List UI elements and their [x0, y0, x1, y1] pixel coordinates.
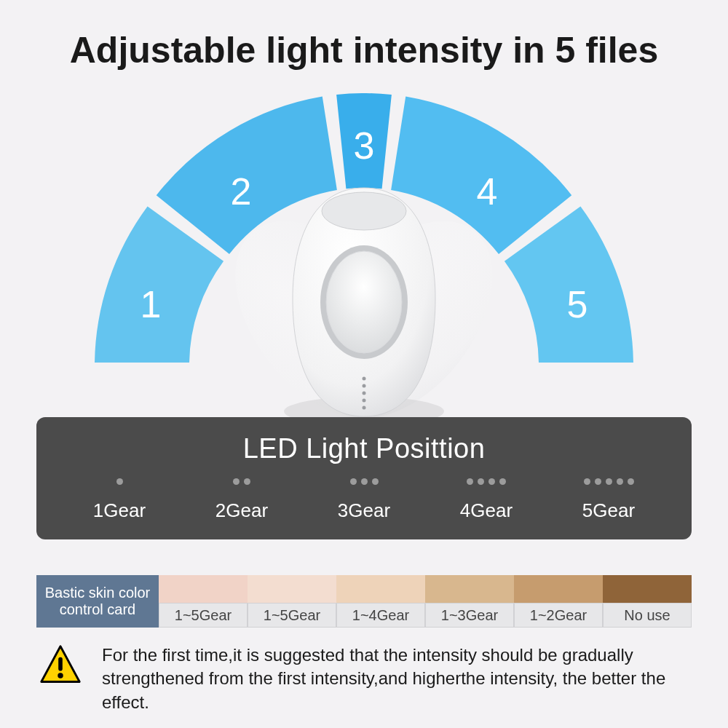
led-gear-label: 1Gear: [93, 499, 146, 522]
svg-point-8: [322, 192, 406, 230]
intensity-dial: 1 2 3 4 5: [95, 93, 633, 370]
skin-gear-label: No use: [603, 603, 692, 628]
led-dots: [467, 475, 506, 488]
page-title: Adjustable light intensity in 5 files: [0, 0, 728, 71]
led-gear-label: 4Gear: [460, 499, 513, 522]
svg-point-13: [363, 392, 366, 395]
led-dots: [584, 475, 634, 488]
skin-swatch: [248, 575, 336, 603]
skin-swatch: [336, 575, 425, 603]
footer-text: For the first time,it is suggested that …: [102, 644, 692, 714]
skin-swatch: [425, 575, 514, 603]
skin-color-card: Bastic skin color control card 1~5Gear1~…: [36, 575, 692, 628]
skin-swatch: [514, 575, 603, 603]
svg-point-11: [363, 377, 366, 381]
svg-point-12: [363, 384, 366, 388]
led-panel-title: LED Light Posittion: [58, 433, 670, 464]
led-gear-label: 2Gear: [215, 499, 268, 522]
skin-column: 1~5Gear: [248, 575, 336, 628]
led-gear-cell: 5Gear: [547, 475, 670, 522]
skin-card-heading: Bastic skin color control card: [36, 575, 159, 628]
skin-gear-label: 1~2Gear: [514, 603, 603, 628]
svg-point-14: [363, 399, 366, 403]
warning-icon: [36, 644, 84, 687]
svg-text:5: 5: [567, 283, 588, 325]
skin-gear-label: 1~3Gear: [425, 603, 514, 628]
skin-column: 1~5Gear: [159, 575, 248, 628]
led-gear-label: 3Gear: [338, 499, 390, 522]
led-dots: [116, 475, 123, 488]
device-illustration: [233, 182, 495, 430]
led-gear-cell: 4Gear: [425, 475, 547, 522]
skin-column: 1~2Gear: [514, 575, 603, 628]
skin-column: 1~4Gear: [336, 575, 425, 628]
svg-text:1: 1: [141, 283, 162, 325]
svg-point-10: [326, 251, 402, 353]
footer-note: For the first time,it is suggested that …: [36, 644, 692, 714]
skin-column: No use: [603, 575, 692, 628]
svg-point-17: [58, 673, 63, 678]
led-dots: [350, 475, 379, 488]
led-gear-cell: 2Gear: [181, 475, 303, 522]
skin-swatch: [603, 575, 692, 603]
svg-text:3: 3: [354, 124, 375, 167]
skin-column: 1~3Gear: [425, 575, 514, 628]
svg-rect-16: [58, 657, 63, 671]
skin-swatch: [159, 575, 248, 603]
svg-point-15: [363, 406, 366, 410]
led-gear-cell: 1Gear: [58, 475, 181, 522]
skin-gear-label: 1~5Gear: [248, 603, 336, 628]
skin-gear-label: 1~5Gear: [159, 603, 248, 628]
skin-gear-label: 1~4Gear: [336, 603, 425, 628]
led-dots: [233, 475, 250, 488]
led-position-panel: LED Light Posittion 1Gear2Gear3Gear4Gear…: [36, 417, 692, 539]
led-gear-label: 5Gear: [582, 499, 635, 522]
led-gear-cell: 3Gear: [303, 475, 425, 522]
